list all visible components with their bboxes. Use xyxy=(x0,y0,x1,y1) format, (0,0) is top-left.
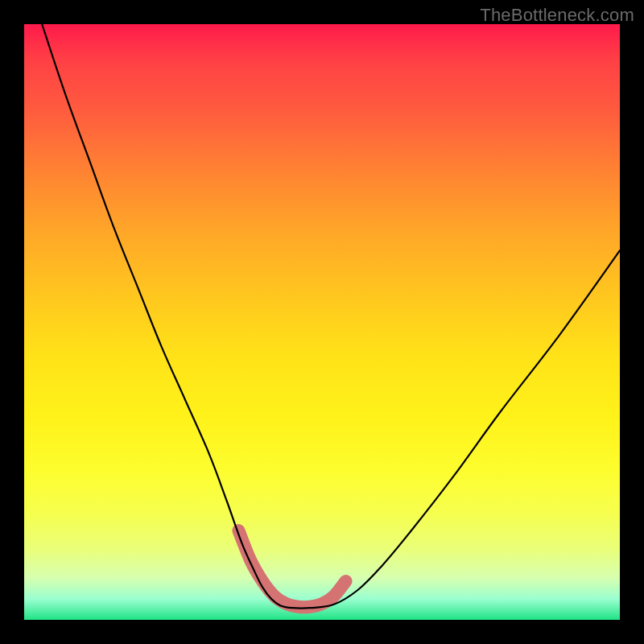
outer-frame: TheBottleneck.com xyxy=(0,0,644,644)
chart-svg xyxy=(24,24,620,620)
watermark-text: TheBottleneck.com xyxy=(480,5,634,26)
plot-area xyxy=(24,24,620,620)
bottleneck-curve xyxy=(42,24,620,609)
optimal-highlight xyxy=(238,530,345,607)
